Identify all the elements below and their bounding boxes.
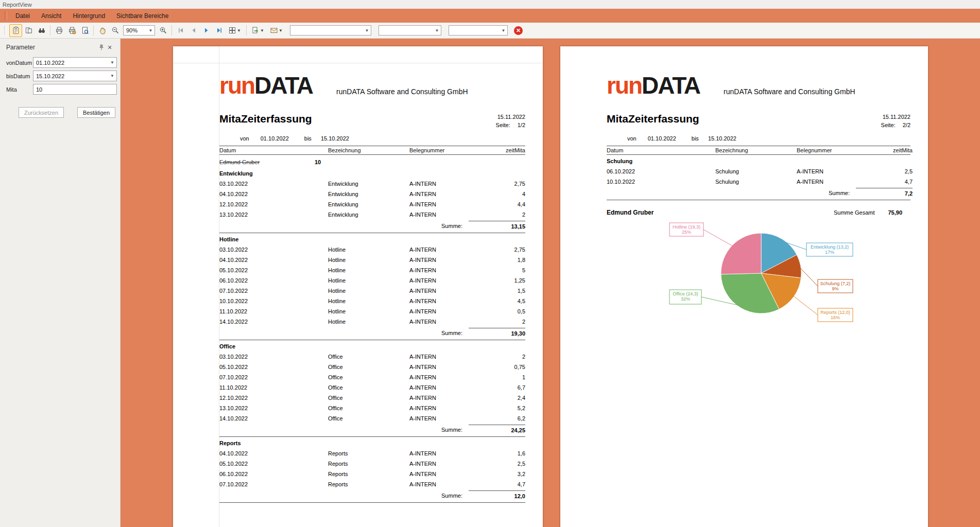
pin-icon[interactable] <box>97 43 106 51</box>
close-panel-icon[interactable]: ✕ <box>106 43 114 51</box>
pie-leader-line <box>793 295 818 314</box>
page-setup-button[interactable] <box>78 24 91 37</box>
table-row: 07.10.2022ReportsA-INTERN4,7 <box>219 479 525 489</box>
table-row: 12.10.2022EntwicklungA-INTERN4,4 <box>219 199 525 209</box>
report-section: Schulung06.10.2022SchulungA-INTERN2,510.… <box>607 156 910 200</box>
zuruecksetzen-button[interactable]: Zurücksetzen <box>19 107 64 118</box>
report-preview-area[interactable]: runDATA runDATA Software and Consulting … <box>121 39 980 527</box>
section-title: Office <box>219 341 525 352</box>
binoculars-icon <box>38 26 46 34</box>
section-title: Hotline <box>219 234 525 244</box>
table-row: 10.10.2022SchulungA-INTERN4,7 <box>607 177 910 187</box>
report-section: Office03.10.2022OfficeA-INTERN205.10.202… <box>219 341 525 437</box>
last-page-icon <box>215 26 223 34</box>
pie-chart-svg: Entwicklung (13,2)17%Schulung (7,2)9%Rep… <box>667 222 859 329</box>
report-date: 15.11.2022 <box>881 113 910 121</box>
toolbar-combobox-2[interactable]: ▼ <box>379 25 441 36</box>
chevron-down-icon: ▼ <box>236 28 242 33</box>
table-sections: Entwicklung03.10.2022EntwicklungA-INTERN… <box>219 168 525 503</box>
table-row: 10.10.2022HotlineA-INTERN4,5 <box>219 296 525 306</box>
zoom-out-button[interactable] <box>109 24 122 37</box>
pie-percent-text: 25% <box>682 230 691 235</box>
toolbar-combobox-3[interactable]: ▼ <box>449 25 508 36</box>
table-row: 03.10.2022OfficeA-INTERN2 <box>219 352 525 362</box>
window-titlebar: ReportView <box>0 0 980 9</box>
mita-value: 10 <box>36 86 42 93</box>
bis-datum-field: bisDatum 15.10.2022 ▼ <box>6 71 117 81</box>
pie-label-text: Hotline (19,3) <box>673 224 700 229</box>
table-row: 04.10.2022EntwicklungA-INTERN4 <box>219 189 525 199</box>
table-row: 12.10.2022OfficeA-INTERN2,4 <box>219 393 525 403</box>
chevron-down-icon: ▼ <box>500 28 507 33</box>
pan-tool-button[interactable] <box>96 24 109 37</box>
previous-page-button[interactable] <box>187 24 200 37</box>
bestaetigen-button[interactable]: Bestätigen <box>77 107 115 118</box>
page-layout-button[interactable] <box>22 24 35 37</box>
zoom-in-button[interactable] <box>157 24 169 37</box>
toolbar-combobox-1[interactable]: ▼ <box>290 25 371 36</box>
zoom-in-icon <box>159 26 167 34</box>
menu-datei[interactable]: Datei <box>10 9 36 23</box>
pie-percent-text: 17% <box>825 250 834 255</box>
last-page-button[interactable] <box>213 24 226 37</box>
summe-row: Summe:7,2 <box>607 188 910 198</box>
pie-leader-line <box>799 266 818 286</box>
report-table: Datum Bezeichnung Belegnummer zeitMita E… <box>219 146 525 503</box>
send-email-button[interactable]: ▼ <box>267 24 286 37</box>
seite-label: Seite: <box>496 121 510 129</box>
pie-percent-text: 32% <box>681 296 690 302</box>
report-title: MitaZeiterfassung <box>607 113 699 129</box>
company-name: runDATA Software and Consulting GmbH <box>336 87 468 97</box>
table-row: 11.10.2022HotlineA-INTERN0,5 <box>219 306 525 317</box>
seite-label: Seite: <box>881 121 896 129</box>
chevron-down-icon: ▼ <box>108 74 116 78</box>
bis-datum-value: 15.10.2022 <box>36 73 64 79</box>
zoom-level-value: 90% <box>126 27 137 33</box>
menu-sichtbare-bereiche[interactable]: Sichtbare Bereiche <box>111 9 174 23</box>
table-sections: Schulung06.10.2022SchulungA-INTERN2,510.… <box>607 156 910 200</box>
previous-page-icon <box>190 26 198 34</box>
bis-datum-combobox[interactable]: 15.10.2022 ▼ <box>33 71 117 81</box>
summe-row: Summe:13,15 <box>219 221 525 231</box>
table-header-row: Datum Bezeichnung Belegnummer zeitMita <box>607 146 910 155</box>
pie-chart: Entwicklung (13,2)17%Schulung (7,2)9%Rep… <box>667 222 859 329</box>
von-datum-field: vonDatum 01.10.2022 ▼ <box>6 57 117 68</box>
export-button[interactable]: ▼ <box>249 24 267 37</box>
print-settings-button[interactable] <box>65 24 78 37</box>
von-datum-value: 01.10.2022 <box>36 60 64 66</box>
von-datum-combobox[interactable]: 01.10.2022 ▼ <box>33 57 117 68</box>
chevron-down-icon: ▼ <box>363 28 371 33</box>
page-setup-icon <box>81 26 89 34</box>
page-layout-icon <box>25 26 33 34</box>
report-title: MitaZeiterfassung <box>219 113 312 129</box>
rundata-logo: runDATA <box>219 75 313 97</box>
toolbar-separator <box>246 25 247 36</box>
menu-ansicht[interactable]: Ansicht <box>36 9 67 23</box>
zoom-out-icon <box>111 26 119 34</box>
multi-page-view-button[interactable]: ▼ <box>226 24 244 37</box>
summe-row: Summe:12,0 <box>219 490 525 501</box>
zoom-level-combobox[interactable]: 90% ▼ <box>123 25 155 36</box>
next-page-button[interactable] <box>200 24 213 37</box>
bis-datum-label: bisDatum <box>6 73 33 79</box>
toolbar-separator <box>50 25 50 36</box>
parameter-panel-toggle-button[interactable] <box>9 24 22 37</box>
mita-input[interactable]: 10 <box>33 84 117 95</box>
cancel-refresh-button[interactable]: ✕ <box>514 26 523 35</box>
menubar-grip-handle[interactable] <box>5 12 7 20</box>
table-row: 07.10.2022OfficeA-INTERN1 <box>219 372 525 382</box>
table-row: 07.10.2022HotlineA-INTERN1,5 <box>219 286 525 296</box>
search-button[interactable] <box>35 24 48 37</box>
rundata-logo: runDATA <box>607 75 700 97</box>
print-button[interactable] <box>53 24 65 37</box>
menu-hintergrund[interactable]: Hintergrund <box>67 9 111 23</box>
first-page-button[interactable] <box>174 24 187 37</box>
table-row: 14.10.2022OfficeA-INTERN6,2 <box>219 413 525 424</box>
chevron-down-icon: ▼ <box>278 28 283 33</box>
pie-percent-text: 16% <box>831 315 840 320</box>
mita-field: Mita 10 <box>6 84 117 95</box>
hand-icon <box>98 26 107 34</box>
printer-icon <box>55 26 63 34</box>
toolbar-grip-handle[interactable] <box>4 26 7 34</box>
report-section: Entwicklung03.10.2022EntwicklungA-INTERN… <box>219 168 525 233</box>
